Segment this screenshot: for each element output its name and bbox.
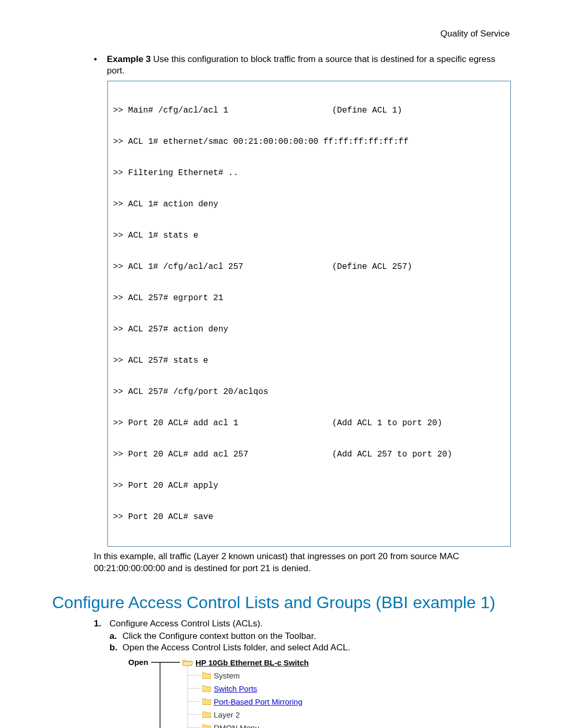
code-l: >> ACL 257# /cfg/port 20/aclqos [113,387,332,397]
step-b-post: . [348,643,350,652]
section-heading: Configure Access Control Lists and Group… [52,593,511,612]
example-intro-text: Use this configuration to block traffic … [107,54,495,76]
code-l: >> Filtering Ethernet# .. [113,168,332,178]
code-l: >> Port 20 ACL# save [113,512,332,522]
tree-root-label: HP 10Gb Ethernet BL-c Switch [195,658,309,667]
page-header: Quality of Service [52,29,511,39]
code-l: >> ACL 1# /cfg/acl/acl 257 [113,262,332,272]
tree-item-label: Switch Ports [214,684,257,693]
step-1-text: Configure Access Control Lists (ACLs). [109,619,263,629]
folder-icon [202,685,211,692]
code-l: >> Port 20 ACL# add acl 257 [113,449,332,460]
code-l: >> ACL 1# ethernet/smac 00:21:00:00:00:0… [113,137,332,147]
svg-marker-22 [182,662,193,665]
svg-marker-23 [202,673,211,678]
code-r: (Define ACL 1) [332,105,505,116]
post-paragraph: In this example, all traffic (Layer 2 kn… [94,551,511,575]
code-l: >> Port 20 ACL# apply [113,480,332,491]
tree-item-label: Layer 2 [214,710,240,719]
code-r: (Define ACL 257) [332,262,505,272]
code-l: >> Main# /cfg/acl/acl 1 [113,105,332,116]
code-r [332,230,505,241]
code-l: >> ACL 257# egrport 21 [113,293,332,303]
tree-item-system[interactable]: System [182,669,321,682]
step-a-marker: a. [109,631,123,641]
code-r [332,168,505,178]
code-l: >> ACL 1# stats e [113,230,332,241]
folder-icon [202,724,211,728]
tree-item-port-mirroring[interactable]: Port-Based Port Mirroring [182,695,321,708]
tree-root[interactable]: HP 10Gb Ethernet BL-c Switch [182,656,321,669]
code-r: (Add ACL 257 to port 20) [332,449,505,460]
folder-icon [202,672,211,679]
code-l: >> Port 20 ACL# add acl 1 [113,418,332,428]
tree-item-label: System [214,671,240,680]
code-r [332,293,505,303]
code-block: >> Main# /cfg/acl/acl 1(Define ACL 1) >>… [107,81,511,547]
svg-marker-27 [202,725,211,728]
code-r [332,512,505,522]
step-a-bold: Configure [159,631,198,641]
step-b-text: Open the Access Control Lists folder, an… [123,643,350,653]
open-callout-label: Open [128,658,148,667]
tree-item-rmon[interactable]: RMON Menu [182,721,321,728]
svg-marker-25 [202,699,211,705]
code-r [332,137,505,147]
tree-item-label: Port-Based Port Mirroring [214,697,302,706]
bullet-dot: • [94,54,107,77]
code-r: (Add ACL 1 to port 20) [332,418,505,428]
code-l: >> ACL 257# stats e [113,355,332,366]
step-b-bold: Add ACL [313,643,348,652]
code-r [332,324,505,335]
step-1-marker: 1. [94,619,109,629]
code-r [332,387,505,397]
step-a-post: context button on the Toolbar. [198,631,316,641]
svg-marker-26 [202,712,211,718]
step-a-text: Click the Configure context button on th… [123,631,316,641]
code-r [332,480,505,491]
code-r [332,199,505,209]
tree-item-label: RMON Menu [214,723,260,728]
folder-open-icon [182,659,193,667]
code-l: >> ACL 1# action deny [113,199,332,209]
step-b-pre: Open the Access Control Lists folder, an… [123,643,313,652]
svg-marker-24 [202,686,211,692]
example-intro: Example 3 Use this configuration to bloc… [107,54,511,77]
example-label: Example 3 [107,54,151,64]
tree-item-layer2[interactable]: Layer 2 [182,708,321,721]
tree-item-switch-ports[interactable]: Switch Ports [182,682,321,695]
folder-icon [202,711,211,718]
folder-icon [202,698,211,705]
step-a-pre: Click the [123,631,159,641]
code-l: >> ACL 257# action deny [113,324,332,335]
step-b-marker: b. [109,643,123,653]
code-r [332,355,505,366]
